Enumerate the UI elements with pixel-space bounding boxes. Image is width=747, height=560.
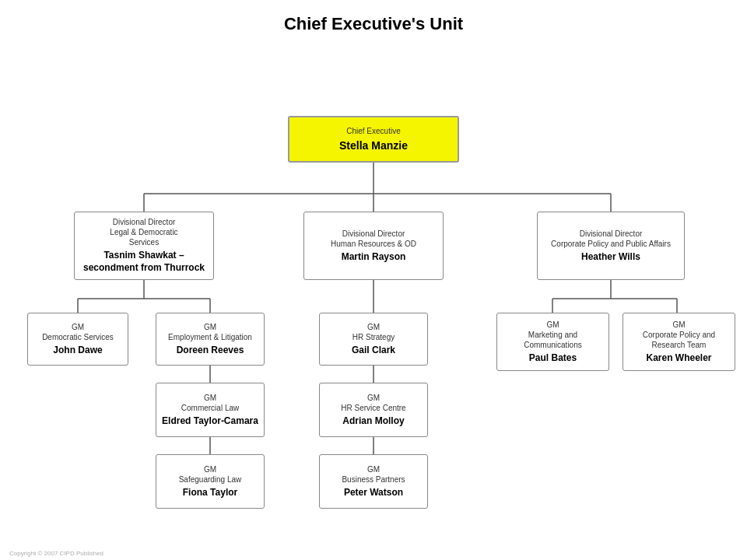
gm6-name: Eldred Taylor-Camara — [162, 415, 258, 428]
gm5-name: Karen Wheeler — [646, 352, 711, 365]
node-gm5: GM Corporate Policy and Research Team Ka… — [622, 313, 735, 371]
root-name: Stella Manzie — [339, 138, 408, 152]
node-gm2: GM Employment & Litigation Doreen Reeves — [156, 313, 265, 366]
div2-role: Divisional Director Human Resources & OD — [331, 229, 416, 249]
node-gm7: GM HR Service Centre Adrian Molloy — [319, 383, 428, 437]
org-chart: Chief Executive Stella Manzie Divisional… — [0, 42, 747, 560]
root-role: Chief Executive — [346, 126, 400, 136]
gm2-role: GM Employment & Litigation — [168, 322, 252, 342]
node-div3: Divisional Director Corporate Policy and… — [537, 212, 685, 280]
page-title: Chief Executive's Unit — [0, 0, 747, 42]
gm7-name: Adrian Molloy — [342, 415, 404, 428]
node-gm4: GM Marketing and Communications Paul Bat… — [496, 313, 609, 371]
node-div2: Divisional Director Human Resources & OD… — [303, 212, 444, 280]
gm9-role: GM Business Partners — [342, 464, 405, 485]
div2-name: Martin Rayson — [342, 251, 406, 264]
gm3-name: Gail Clark — [352, 345, 395, 357]
node-root: Chief Executive Stella Manzie — [288, 116, 459, 163]
gm1-name: John Dawe — [53, 345, 102, 357]
node-gm3: GM HR Strategy Gail Clark — [319, 313, 428, 366]
gm3-role: GM HR Strategy — [352, 322, 395, 342]
div3-role: Divisional Director Corporate Policy and… — [551, 229, 671, 249]
gm9-name: Peter Watson — [344, 487, 403, 499]
gm5-role: GM Corporate Policy and Research Team — [643, 320, 715, 350]
gm8-role: GM Safeguarding Law — [179, 464, 242, 485]
node-gm6: GM Commercial Law Eldred Taylor-Camara — [156, 383, 265, 437]
gm2-name: Doreen Reeves — [177, 345, 244, 357]
gm6-role: GM Commercial Law — [181, 393, 239, 413]
gm4-role: GM Marketing and Communications — [524, 320, 581, 350]
gm8-name: Fiona Taylor — [183, 487, 237, 499]
node-gm8: GM Safeguarding Law Fiona Taylor — [156, 454, 265, 509]
div1-name: Tasnim Shawkat – secondment from Thurroc… — [79, 250, 209, 274]
node-gm1: GM Democratic Services John Dawe — [27, 313, 128, 366]
footer-text: Copyright © 2007 CIPD Published — [9, 550, 103, 557]
node-gm9: GM Business Partners Peter Watson — [319, 454, 428, 509]
gm1-role: GM Democratic Services — [42, 322, 114, 342]
div3-name: Heather Wills — [581, 251, 640, 264]
node-div1: Divisional Director Legal & Democratic S… — [74, 212, 214, 280]
gm4-name: Paul Bates — [529, 352, 577, 365]
div1-role: Divisional Director Legal & Democratic S… — [110, 217, 177, 247]
gm7-role: GM HR Service Centre — [341, 393, 405, 413]
